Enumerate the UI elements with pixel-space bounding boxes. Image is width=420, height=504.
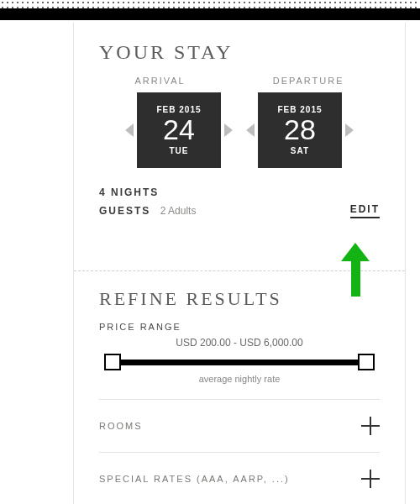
slider-handle-min[interactable]: [104, 354, 121, 370]
arrival-date-card[interactable]: FEB 2015 24 TUE: [137, 92, 221, 168]
accordion-special-rates-label: SPECIAL RATES (AAA, AARP, ...): [99, 474, 290, 484]
guests-value: 2 Adults: [160, 205, 197, 217]
arrival-next-icon[interactable]: [224, 123, 233, 137]
price-range-slider[interactable]: [104, 354, 375, 370]
accordion-rooms[interactable]: ROOMS: [99, 400, 380, 453]
arrival-weekday: TUE: [170, 146, 189, 155]
slider-handle-max[interactable]: [358, 354, 375, 370]
plus-icon: [361, 417, 380, 435]
section-title-refine: REFINE RESULTS: [99, 288, 380, 310]
departure-prev-icon[interactable]: [246, 123, 255, 137]
edit-button[interactable]: EDIT: [350, 203, 380, 218]
arrival-prev-icon[interactable]: [125, 123, 134, 137]
nights-label: 4 NIGHTS: [99, 186, 159, 198]
departure-label: DEPARTURE: [273, 76, 344, 86]
departure-day: 28: [284, 114, 316, 145]
accordion-special-rates[interactable]: SPECIAL RATES (AAA, AARP, ...): [99, 453, 380, 504]
price-range-label: PRICE RANGE: [99, 322, 380, 332]
departure-weekday: SAT: [291, 146, 309, 155]
price-range-subtext: average nightly rate: [99, 374, 380, 384]
divider-dashed: [74, 270, 405, 271]
arrival-day: 24: [163, 114, 195, 145]
section-title-your-stay: YOUR STAY: [99, 41, 380, 64]
arrival-label: ARRIVAL: [134, 76, 185, 86]
guests-label: GUESTS: [99, 205, 150, 217]
departure-date-card[interactable]: FEB 2015 28 SAT: [258, 92, 342, 168]
price-range-value: USD 200.00 - USD 6,000.00: [99, 337, 380, 349]
departure-next-icon[interactable]: [345, 123, 354, 137]
plus-icon: [361, 470, 380, 488]
accordion-rooms-label: ROOMS: [99, 421, 143, 431]
